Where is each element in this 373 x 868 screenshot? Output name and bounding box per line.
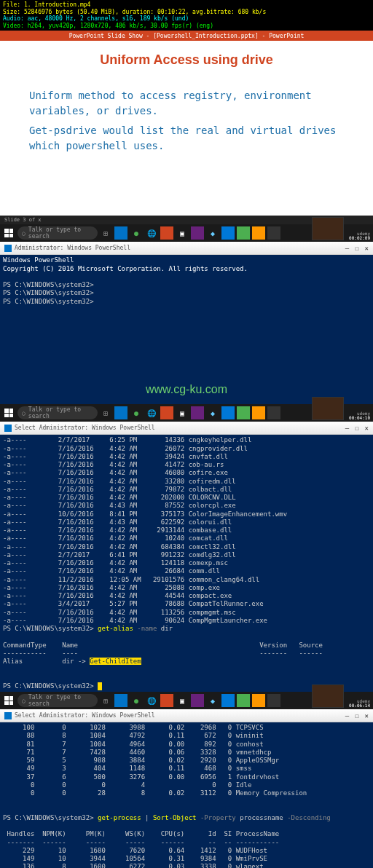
maximize-button[interactable]: ☐ (355, 245, 358, 252)
app-icon[interactable] (252, 694, 265, 707)
start-button[interactable] (1, 406, 16, 420)
file-explorer-icon[interactable] (114, 694, 127, 707)
app-icon[interactable]: ▣ (176, 694, 189, 707)
video-line: Video: h264, yuv420p, 1280x720, 486 kb/s… (3, 23, 370, 30)
media-info-overlay: File: 1. Introduction.mp4 Size: 52846976… (0, 0, 373, 31)
powerpoint-icon[interactable] (160, 694, 173, 707)
app-icon[interactable] (267, 406, 280, 419)
app-icon[interactable] (237, 694, 250, 707)
app-icon[interactable] (221, 694, 235, 707)
task-view-icon[interactable]: ⊞ (99, 694, 112, 707)
timestamp: udemy00:04:10 (349, 411, 370, 420)
app-icon-1[interactable]: ● (130, 226, 143, 240)
windows-logo-icon (4, 409, 13, 417)
search-icon: ○ (22, 230, 25, 237)
app-icon-4[interactable] (221, 226, 235, 240)
start-button[interactable] (1, 226, 16, 240)
file-line: File: 1. Introduction.mp4 (3, 1, 370, 9)
windows-logo-icon (4, 229, 13, 237)
ps-terminal[interactable]: Windows PowerShell Copyright (C) 2016 Mi… (0, 255, 373, 404)
close-button[interactable]: ✕ (365, 245, 369, 252)
ps-title-text: Select Administrator: Windows PowerShell (15, 425, 155, 431)
slide-area: Uniform Access using drive Uniform metho… (0, 41, 373, 216)
app-icon[interactable]: ● (130, 406, 143, 419)
visual-studio-icon[interactable] (191, 406, 204, 419)
taskbar[interactable]: ○Talk or type to search ⊞ ● 🌐 ▣ ◆ udemy0… (0, 692, 373, 709)
timestamp: udemy00:02:09 (349, 232, 370, 240)
file-explorer-icon[interactable] (114, 226, 127, 240)
app-icon-6[interactable] (252, 226, 265, 240)
maximize-button[interactable]: ☐ (355, 712, 358, 719)
task-view-icon[interactable]: ⊞ (99, 226, 112, 240)
minimize-button[interactable]: — (345, 245, 349, 252)
slide-line-1: Uniform method to access registry, envir… (29, 88, 344, 119)
cortana-search[interactable]: ○Talk or type to search (17, 406, 98, 419)
cortana-search[interactable]: ○Talk or type to search (17, 694, 98, 707)
taskbar[interactable]: ○Talk or type to search ⊞ ● 🌐 ▣ ◆ udemy0… (0, 404, 373, 422)
app-icon[interactable]: ● (130, 694, 143, 707)
section-powerpoint: PowerPoint Slide Show - [Powershell_Intr… (0, 31, 373, 242)
webcam-thumbnail (312, 684, 344, 708)
section-powershell-3: Select Administrator: Windows PowerShell… (0, 709, 373, 868)
windows-logo-icon (4, 696, 13, 705)
ps-titlebar[interactable]: Administrator: Windows PowerShell — ☐ ✕ (0, 242, 373, 255)
file-explorer-icon[interactable] (114, 406, 127, 419)
ps-titlebar[interactable]: Select Administrator: Windows PowerShell… (0, 709, 373, 722)
powerpoint-icon[interactable] (160, 406, 173, 419)
app-icon[interactable] (221, 406, 235, 419)
chrome-icon[interactable]: 🌐 (145, 694, 158, 707)
section-powershell-2: Select Administrator: Windows PowerShell… (0, 422, 373, 709)
chrome-icon[interactable]: 🌐 (145, 406, 158, 419)
cortana-search[interactable]: ○Talk or type to search (17, 226, 98, 240)
watermark: www.cg-ku.com (146, 382, 227, 397)
start-button[interactable] (1, 693, 16, 708)
app-icon[interactable] (252, 406, 265, 419)
powershell-icon (4, 712, 12, 719)
powerpoint-titlebar: PowerPoint Slide Show - [Powershell_Intr… (0, 31, 373, 41)
window-controls: — ☐ ✕ (345, 245, 369, 252)
close-button[interactable]: ✕ (365, 712, 369, 719)
app-icon[interactable] (267, 694, 280, 707)
ps-prompt: PS C:\WINDOWS\system32> (3, 289, 94, 296)
visual-studio-icon[interactable] (191, 226, 204, 240)
minimize-button[interactable]: — (345, 712, 349, 719)
powerpoint-icon[interactable] (160, 226, 173, 240)
timestamp: udemy00:06:14 (349, 699, 370, 708)
app-icon[interactable] (237, 406, 250, 419)
app-icon-3[interactable]: ◆ (206, 226, 219, 240)
webcam-thumbnail (312, 217, 344, 240)
search-placeholder: Talk or type to search (28, 226, 93, 240)
ps-banner-1: Windows PowerShell (3, 256, 74, 264)
slide-line-2: Get-psdrive would list the real and virt… (29, 123, 344, 154)
close-button[interactable]: ✕ (365, 425, 369, 432)
app-icon-2[interactable]: ▣ (176, 226, 189, 240)
ps-terminal[interactable]: -a---- 2/7/2017 6:25 PM 14336 cngkeyhelp… (0, 435, 373, 692)
search-icon: ○ (22, 410, 25, 417)
task-view-icon[interactable]: ⊞ (99, 406, 112, 419)
app-icon[interactable]: ▣ (176, 406, 189, 419)
app-icon-5[interactable] (237, 226, 250, 240)
taskbar[interactable]: ○Talk or type to search ⊞ ● 🌐 ▣ ◆ udemy0… (0, 224, 373, 242)
app-icon[interactable]: ◆ (206, 406, 219, 419)
powershell-icon (4, 425, 12, 432)
search-icon: ○ (22, 698, 25, 704)
powerpoint-title-text: PowerPoint Slide Show - [Powershell_Intr… (69, 33, 305, 39)
chrome-icon[interactable]: 🌐 (145, 226, 158, 240)
ps-title-text: Select Administrator: Windows PowerShell (15, 712, 155, 719)
section-powershell-1: Administrator: Windows PowerShell — ☐ ✕ … (0, 242, 373, 422)
app-icon[interactable]: ◆ (206, 694, 219, 707)
webcam-thumbnail (312, 397, 344, 420)
ps-prompt: PS C:\WINDOWS\system32> (3, 298, 94, 305)
ps-titlebar[interactable]: Select Administrator: Windows PowerShell… (0, 422, 373, 435)
ps-terminal[interactable]: 100 0 1028 3988 0.02 2968 0 TCPSVCS 88 8… (0, 722, 373, 868)
maximize-button[interactable]: ☐ (355, 425, 358, 432)
minimize-button[interactable]: — (345, 425, 349, 432)
audio-line: Audio: aac, 48000 Hz, 2 channels, s16, 1… (3, 15, 370, 23)
slide-body: Uniform method to access registry, envir… (29, 88, 344, 154)
visual-studio-icon[interactable] (191, 694, 204, 707)
app-icon-7[interactable] (267, 226, 280, 240)
ps-banner-2: Copyright (C) 2016 Microsoft Corporation… (3, 265, 248, 272)
ps-title-text: Administrator: Windows PowerShell (15, 245, 130, 251)
size-line: Size: 52846976 bytes (50.40 MiB), durati… (3, 9, 370, 16)
taskbar-icons: ⊞ ● 🌐 ▣ ◆ (99, 226, 280, 240)
